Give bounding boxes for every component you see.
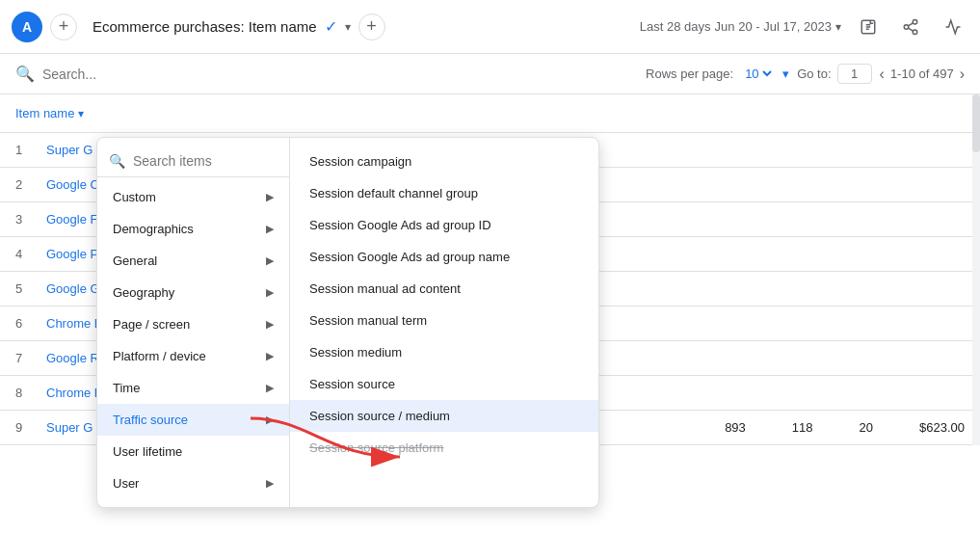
right-panel-item[interactable]: Session Google Ads ad group name [290,241,598,273]
menu-item-page-screen[interactable]: Page / screen▶ [97,308,289,340]
goto: Go to: [797,64,871,84]
add-tab-button[interactable]: + [358,13,385,40]
main-area: Item name ▾ 1 Super G Timbuk2 Recycled B… [0,94,980,445]
date-range-chevron-icon: ▾ [835,20,841,34]
search-items-icon: 🔍 [109,153,125,169]
top-bar-right: Last 28 days Jun 20 - Jul 17, 2023 ▾ [640,12,968,42]
rows-chevron-icon: ▾ [782,67,789,81]
insights-button[interactable] [938,12,968,42]
next-page-button[interactable]: › [960,66,965,83]
right-panel: Session campaignSession default channel … [290,138,598,507]
submenu-arrow-icon: ▶ [266,286,274,299]
row-number: 4 [15,247,46,261]
share-button[interactable] [895,12,926,42]
table-header: Item name ▾ [0,94,980,133]
row-number: 8 [15,386,46,400]
dimension-dropdown: 🔍 Custom▶Demographics▶General▶Geography▶… [96,137,599,508]
submenu-arrow-icon: ▶ [266,350,274,362]
search-bar: 🔍 Rows per page: 10 25 50 ▾ Go to: ‹ 1-1… [0,54,980,94]
row-number: 6 [15,316,46,331]
right-panel-item[interactable]: Session campaign [290,146,598,177]
prev-page-button[interactable]: ‹ [880,66,885,83]
row-number: 2 [15,177,46,192]
submenu-arrow-icon: ▶ [266,318,274,331]
menu-item-demographics[interactable]: Demographics▶ [97,213,289,245]
menu-item-custom[interactable]: Custom▶ [97,181,289,213]
scrollbar-track[interactable] [972,94,980,445]
submenu-arrow-icon: ▶ [266,223,274,235]
svg-point-1 [913,19,917,24]
right-panel-item[interactable]: Session source / medium [290,400,598,432]
right-panel-item[interactable]: Session source platform [290,432,598,464]
submenu-arrow-icon: ▶ [266,254,274,267]
row-number: 7 [15,351,46,365]
item-name-column-header[interactable]: Item name ▾ [15,106,84,120]
menu-item-traffic-source[interactable]: Traffic source▶ [97,404,289,436]
pagination: ‹ 1-10 of 497 › [880,66,965,83]
submenu-arrow-icon: ▶ [266,413,274,426]
menu-item-general[interactable]: General▶ [97,245,289,277]
menu-item-user-lifetime[interactable]: User lifetime [97,436,289,467]
check-icon: ✓ [325,17,337,36]
rows-per-page-select[interactable]: 10 25 50 [741,66,775,82]
right-panel-item[interactable]: Session medium [290,336,598,368]
menu-item-platform-device[interactable]: Platform / device▶ [97,340,289,372]
svg-point-2 [904,24,909,29]
avatar[interactable]: A [12,12,42,42]
right-panel-item[interactable]: Session manual term [290,305,598,336]
report-title: Ecommerce purchases: Item name ✓ ▾ [93,17,351,36]
row-number: 3 [15,212,46,227]
row-number: 5 [15,281,46,296]
top-bar: A + Ecommerce purchases: Item name ✓ ▾ +… [0,0,980,54]
export-button[interactable] [853,12,884,42]
menu-item-user[interactable]: User▶ [97,467,289,499]
left-panel: 🔍 Custom▶Demographics▶General▶Geography▶… [97,138,290,507]
menu-item-geography[interactable]: Geography▶ [97,277,289,308]
submenu-arrow-icon: ▶ [266,382,274,394]
right-panel-item[interactable]: Session source [290,368,598,400]
svg-point-3 [913,30,917,35]
right-panel-item[interactable]: Session manual ad content [290,273,598,305]
rows-per-page: Rows per page: 10 25 50 ▾ [646,66,789,82]
search-items-box: 🔍 [97,146,289,177]
right-panel-item[interactable]: Session default channel group [290,177,598,209]
scrollbar-thumb[interactable] [972,94,980,152]
search-items-input[interactable] [133,153,258,169]
add-comparison-button[interactable]: + [50,13,77,40]
submenu-arrow-icon: ▶ [266,477,274,490]
right-panel-item[interactable]: Session Google Ads ad group ID [290,209,598,241]
sort-chevron-icon: ▾ [78,107,84,120]
menu-item-time[interactable]: Time▶ [97,372,289,404]
search-input[interactable] [42,67,235,82]
row-number: 9 [15,420,46,435]
date-range[interactable]: Last 28 days Jun 20 - Jul 17, 2023 ▾ [640,19,841,34]
row-values: 89311820$623.00 [725,420,965,435]
title-chevron-icon[interactable]: ▾ [345,20,351,34]
row-number: 1 [15,143,46,157]
goto-input[interactable] [837,64,872,84]
submenu-arrow-icon: ▶ [266,191,274,203]
search-icon: 🔍 [15,65,35,83]
